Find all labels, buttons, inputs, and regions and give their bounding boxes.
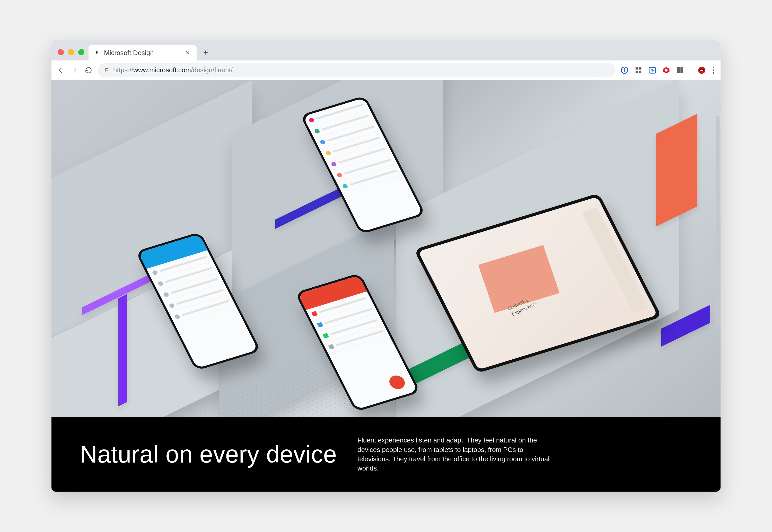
accent-purple-side: [118, 294, 127, 406]
zoom-window-button[interactable]: [78, 49, 84, 55]
extension-reader-icon[interactable]: [676, 66, 685, 75]
toolbar-divider: [691, 66, 691, 75]
svg-rect-10: [677, 67, 680, 73]
vertical-scrollbar[interactable]: [716, 116, 720, 327]
extension-icons: あ: [620, 66, 716, 75]
browser-menu-button[interactable]: [711, 67, 716, 74]
extension-grid-icon[interactable]: [634, 66, 643, 75]
svg-rect-5: [639, 71, 642, 73]
toolbar: F https://www.microsoft.com/design/fluen…: [51, 60, 721, 80]
favicon-icon: F: [94, 49, 100, 56]
profile-avatar-icon[interactable]: [697, 66, 706, 75]
page-content: Collective Experiences Natural on ever: [51, 80, 721, 492]
site-identity-icon: F: [103, 67, 110, 73]
minimize-window-button[interactable]: [68, 49, 74, 55]
svg-rect-1: [624, 68, 625, 72]
extension-1password-icon[interactable]: [620, 66, 629, 75]
svg-point-9: [665, 69, 668, 72]
back-button[interactable]: [56, 66, 65, 75]
url-scheme: https://: [113, 66, 133, 74]
extension-adblock-icon[interactable]: [662, 66, 671, 75]
hero-headline: Natural on every device: [80, 440, 337, 468]
url-host: www.microsoft.com: [133, 66, 191, 74]
tab-title: Microsoft Design: [104, 49, 181, 57]
address-bar[interactable]: F https://www.microsoft.com/design/fluen…: [98, 63, 616, 77]
browser-tab[interactable]: F Microsoft Design ×: [89, 45, 197, 60]
svg-rect-2: [636, 67, 638, 69]
svg-text:あ: あ: [651, 68, 654, 73]
hero-text-section: Natural on every device Fluent experienc…: [51, 417, 721, 492]
close-window-button[interactable]: [58, 49, 64, 55]
browser-window: F Microsoft Design × + F https://www.mic…: [51, 40, 721, 492]
svg-rect-3: [639, 67, 642, 69]
hero-body: Fluent experiences listen and adapt. The…: [357, 436, 553, 473]
url-text: https://www.microsoft.com/design/fluent/: [113, 66, 233, 74]
url-path: /design/fluent/: [191, 66, 233, 74]
forward-button[interactable]: [70, 66, 79, 75]
tab-close-button[interactable]: ×: [184, 49, 191, 57]
fab-icon: [387, 374, 407, 391]
titlebar: F Microsoft Design × +: [51, 40, 721, 60]
window-controls: [56, 49, 89, 60]
svg-rect-4: [636, 71, 638, 73]
reload-button[interactable]: [84, 66, 93, 75]
accent-orange: [656, 114, 697, 226]
svg-point-14: [700, 69, 704, 71]
extension-translate-icon[interactable]: あ: [648, 66, 657, 75]
svg-rect-11: [680, 67, 683, 73]
new-tab-button[interactable]: +: [199, 46, 212, 59]
